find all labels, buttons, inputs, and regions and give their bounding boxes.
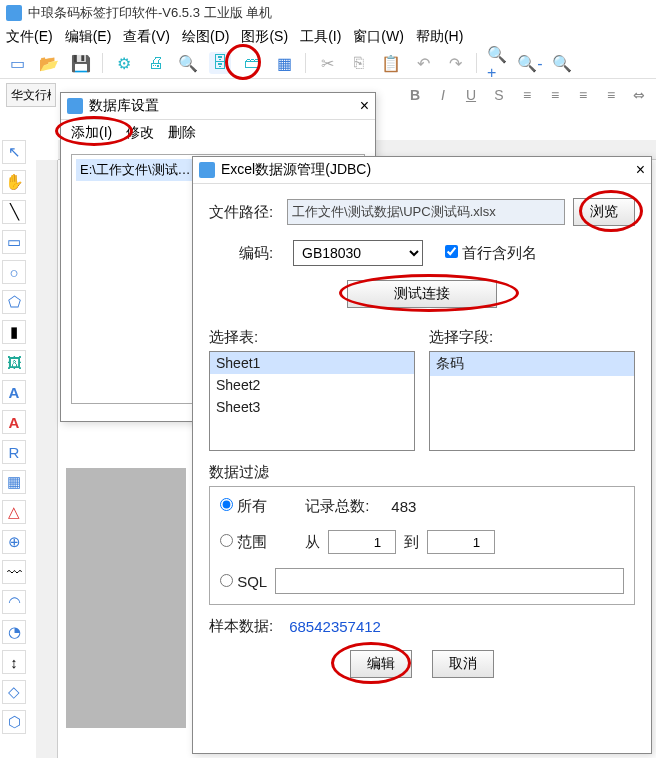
database-icon[interactable]: 🗄 (209, 52, 231, 74)
spacing-icon[interactable]: ⇔ (628, 84, 650, 106)
db-add[interactable]: 添加(I) (71, 124, 112, 142)
italic-icon[interactable]: I (432, 84, 454, 106)
align-left-icon[interactable]: ≡ (516, 84, 538, 106)
menu-view[interactable]: 查看(V) (123, 28, 170, 46)
strike-icon[interactable]: S (488, 84, 510, 106)
app-title: 中琅条码标签打印软件-V6.5.3 工业版 单机 (28, 4, 272, 22)
pie-icon[interactable]: ◔ (2, 620, 26, 644)
encoding-label: 编码: (239, 244, 285, 263)
triangle-icon[interactable]: △ (2, 500, 26, 524)
barcode-icon[interactable]: ▮ (2, 320, 26, 344)
filter-all-radio[interactable]: 所有 (220, 497, 267, 516)
bold-icon[interactable]: B (404, 84, 426, 106)
menu-window[interactable]: 窗口(W) (353, 28, 404, 46)
text2-icon[interactable]: A (2, 410, 26, 434)
db-dialog-title-bar: 数据库设置 × (61, 93, 375, 120)
dialog-button-row: 编辑 取消 (209, 650, 635, 678)
richtext-icon[interactable]: R (2, 440, 26, 464)
zoomout-icon[interactable]: 🔍- (519, 52, 541, 74)
table-listbox[interactable]: Sheet1 Sheet2 Sheet3 (209, 351, 415, 451)
zoomfit-icon[interactable]: 🔍 (551, 52, 573, 74)
jdbc-body: 文件路径: 浏览 编码: GB18030 首行含列名 测试连接 选择表: She… (193, 184, 651, 692)
test-connection-button[interactable]: 测试连接 (347, 280, 497, 308)
to-label: 到 (404, 533, 419, 552)
open-icon[interactable]: 📂 (38, 52, 60, 74)
db-modify[interactable]: 修改 (126, 124, 154, 142)
undo-icon[interactable]: ↶ (412, 52, 434, 74)
file-path-label: 文件路径: (209, 203, 279, 222)
label-canvas[interactable] (66, 468, 186, 728)
menu-edit[interactable]: 编辑(E) (65, 28, 112, 46)
app-title-bar: 中琅条码标签打印软件-V6.5.3 工业版 单机 (0, 0, 656, 26)
redo-icon[interactable]: ↷ (444, 52, 466, 74)
zoomin-icon[interactable]: 🔍+ (487, 52, 509, 74)
menubar: 文件(E) 编辑(E) 查看(V) 绘图(D) 图形(S) 工具(I) 窗口(W… (0, 26, 656, 48)
file-path-input[interactable] (287, 199, 565, 225)
db2-icon[interactable]: 🗃 (241, 52, 263, 74)
pointer-icon[interactable]: ↖ (2, 140, 26, 164)
filter-all-row: 所有 记录总数: 483 (220, 497, 624, 516)
select-table-label: 选择表: (209, 328, 415, 347)
close-icon[interactable]: × (360, 97, 369, 115)
first-row-check-input[interactable] (445, 245, 458, 258)
field-listbox[interactable]: 条码 (429, 351, 635, 451)
file-path-row: 文件路径: 浏览 (209, 198, 635, 226)
settings-icon[interactable]: ⚙ (113, 52, 135, 74)
field-item[interactable]: 条码 (430, 352, 634, 376)
poly-icon[interactable]: ⬠ (2, 290, 26, 314)
browse-button[interactable]: 浏览 (573, 198, 635, 226)
circle-icon[interactable]: ○ (2, 260, 26, 284)
table-icon[interactable]: ▦ (2, 470, 26, 494)
star-icon[interactable]: ⊕ (2, 530, 26, 554)
paste-icon[interactable]: 📋 (380, 52, 402, 74)
cancel-button[interactable]: 取消 (432, 650, 494, 678)
diamond-icon[interactable]: ◇ (2, 680, 26, 704)
font-select[interactable] (6, 83, 56, 107)
underline-icon[interactable]: U (460, 84, 482, 106)
db-delete[interactable]: 删除 (168, 124, 196, 142)
arrow-icon[interactable]: ↕ (2, 650, 26, 674)
hand-icon[interactable]: ✋ (2, 170, 26, 194)
total-label: 记录总数: (305, 497, 369, 516)
table-item[interactable]: Sheet3 (210, 396, 414, 418)
curve-icon[interactable]: 〰 (2, 560, 26, 584)
hex-icon[interactable]: ⬡ (2, 710, 26, 734)
line-icon[interactable]: ╲ (2, 200, 26, 224)
from-input[interactable] (328, 530, 396, 554)
text-icon[interactable]: A (2, 380, 26, 404)
preview-icon[interactable]: 🔍 (177, 52, 199, 74)
db-dialog-title: 数据库设置 (89, 97, 159, 115)
grid-icon[interactable]: ▦ (273, 52, 295, 74)
save-icon[interactable]: 💾 (70, 52, 92, 74)
encoding-row: 编码: GB18030 首行含列名 (239, 240, 635, 266)
rect-icon[interactable]: ▭ (2, 230, 26, 254)
edit-button[interactable]: 编辑 (350, 650, 412, 678)
align-right-icon[interactable]: ≡ (572, 84, 594, 106)
menu-file[interactable]: 文件(E) (6, 28, 53, 46)
table-item[interactable]: Sheet1 (210, 352, 414, 374)
align-center-icon[interactable]: ≡ (544, 84, 566, 106)
filter-sql-radio[interactable]: SQL (220, 573, 267, 590)
table-item[interactable]: Sheet2 (210, 374, 414, 396)
new-icon[interactable]: ▭ (6, 52, 28, 74)
image-icon[interactable]: 🖼 (2, 350, 26, 374)
first-row-checkbox[interactable]: 首行含列名 (445, 244, 537, 263)
menu-draw[interactable]: 绘图(D) (182, 28, 229, 46)
align-just-icon[interactable]: ≡ (600, 84, 622, 106)
sample-value: 68542357412 (289, 618, 381, 635)
to-input[interactable] (427, 530, 495, 554)
cut-icon[interactable]: ✂ (316, 52, 338, 74)
copy-icon[interactable]: ⎘ (348, 52, 370, 74)
menu-tool[interactable]: 工具(I) (300, 28, 341, 46)
menu-shape[interactable]: 图形(S) (241, 28, 288, 46)
from-label: 从 (305, 533, 320, 552)
arc-icon[interactable]: ◠ (2, 590, 26, 614)
separator (476, 53, 477, 73)
encoding-select[interactable]: GB18030 (293, 240, 423, 266)
close-icon[interactable]: × (636, 161, 645, 179)
test-conn-row: 测试连接 (209, 280, 635, 308)
sql-input[interactable] (275, 568, 624, 594)
menu-help[interactable]: 帮助(H) (416, 28, 463, 46)
print-icon[interactable]: 🖨 (145, 52, 167, 74)
filter-range-radio[interactable]: 范围 (220, 533, 267, 552)
